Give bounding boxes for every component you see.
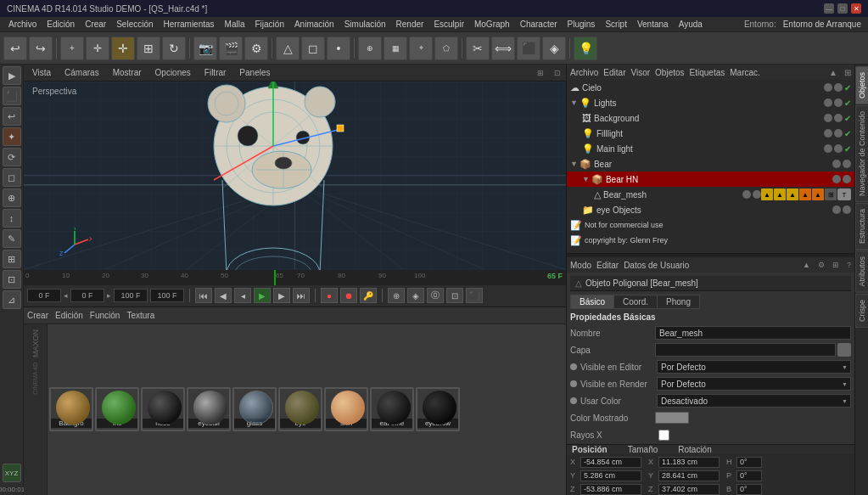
- obj-menu-etiquetas[interactable]: Etiquetas: [690, 68, 725, 77]
- size-y-input[interactable]: [658, 470, 720, 481]
- tool-icon-10[interactable]: ⊞: [3, 250, 21, 268]
- vp-btn-vista[interactable]: Vista: [29, 68, 54, 77]
- go-start-button[interactable]: ⏮: [195, 288, 212, 303]
- environment-value[interactable]: Entorno de Arranque: [783, 20, 861, 29]
- obj-menu-archivo[interactable]: Archivo: [570, 68, 598, 77]
- record-button[interactable]: ●: [321, 288, 338, 303]
- rot-p-input[interactable]: [736, 470, 762, 481]
- lasso-select[interactable]: ⌖: [409, 37, 433, 60]
- menu-fijacion[interactable]: Fijación: [249, 17, 288, 32]
- frame-current-input[interactable]: [70, 289, 104, 302]
- tool-icon-coords[interactable]: XYZ: [3, 464, 21, 482]
- obj-row-lights[interactable]: ▼ 💡 Lights ✔: [567, 95, 854, 110]
- obj-menu-visor[interactable]: Visor: [630, 68, 650, 77]
- bear-dot-2[interactable]: [843, 160, 851, 168]
- tag-texture[interactable]: T: [837, 188, 851, 200]
- timeline-ruler[interactable]: 0 10 20 30 40 50 65 70 80 90 100 65 F: [24, 270, 566, 285]
- point-button[interactable]: •: [327, 37, 350, 60]
- obj-row-copyright[interactable]: 📝 copyright by: Glenn Frey: [567, 233, 854, 248]
- tool-icon-11[interactable]: ⊡: [3, 270, 21, 289]
- menu-render[interactable]: Render: [391, 17, 429, 32]
- viewport-3d[interactable]: Perspectiva X Y Z: [24, 82, 566, 270]
- bm-dot-1[interactable]: [742, 190, 751, 199]
- live-select[interactable]: ⊕: [358, 37, 382, 60]
- select-button[interactable]: ✛: [86, 37, 109, 60]
- attr-capa-btn[interactable]: [837, 343, 851, 357]
- rotate-button[interactable]: ↻: [162, 37, 186, 60]
- tag-1[interactable]: ▲: [761, 188, 773, 200]
- obj-menu-editar[interactable]: Editar: [603, 68, 625, 77]
- mat-funcion[interactable]: Función: [90, 311, 120, 320]
- tool-icon-2[interactable]: ⬛: [3, 87, 21, 105]
- morph-button[interactable]: ◈: [407, 288, 424, 303]
- render-settings[interactable]: ⚙: [244, 37, 268, 60]
- ik-button[interactable]: ⊡: [446, 288, 463, 303]
- maximize-button[interactable]: □: [837, 3, 848, 14]
- record-auto-button[interactable]: ⏺: [340, 288, 357, 303]
- rot-b-input[interactable]: [736, 484, 762, 495]
- tool-icon-6[interactable]: ◻: [3, 168, 21, 187]
- obj-row-notcommercial[interactable]: 📝 Not for commercial use: [567, 217, 854, 233]
- vtab-objetos[interactable]: Objetos: [855, 66, 869, 104]
- obj-row-eyeobjects[interactable]: 📁 eye Objects: [567, 202, 854, 217]
- knife-button[interactable]: ✂: [466, 37, 490, 60]
- obj-menu-marcac[interactable]: Marcac.: [730, 68, 760, 77]
- lights-dot-2[interactable]: [834, 98, 843, 107]
- obj-row-cielo[interactable]: ☁ Cielo ✔: [567, 80, 854, 95]
- tag-4[interactable]: ▲: [799, 188, 811, 200]
- next-frame-button[interactable]: ▶: [273, 288, 290, 303]
- menu-script[interactable]: Script: [600, 17, 632, 32]
- bridge-button[interactable]: ⟺: [491, 37, 515, 60]
- vtab-crispe[interactable]: Crispe: [855, 294, 869, 328]
- attr-color-swatch[interactable]: [655, 412, 689, 424]
- render-button[interactable]: 🎬: [219, 37, 243, 60]
- material-iris[interactable]: Iris: [95, 387, 139, 431]
- bg-dot-2[interactable]: [834, 114, 843, 122]
- prev-frame-button[interactable]: ◀: [215, 288, 232, 303]
- attr-toolbar-icon-1[interactable]: ▲: [803, 261, 810, 269]
- edge-button[interactable]: ◻: [301, 37, 325, 60]
- tag-5[interactable]: ▲: [812, 188, 824, 200]
- tool-icon-3[interactable]: ↩: [3, 107, 21, 126]
- cielo-dot-2[interactable]: [834, 83, 843, 92]
- vp-btn-mostrar[interactable]: Mostrar: [109, 68, 145, 77]
- eye-dot-2[interactable]: [843, 205, 851, 214]
- vtab-navegador[interactable]: Navegador de Contenido: [855, 105, 869, 202]
- attr-value-capa[interactable]: [655, 343, 836, 357]
- bear-dot-1[interactable]: [832, 160, 841, 168]
- menu-plugins[interactable]: Plugins: [563, 17, 601, 32]
- material-glass[interactable]: glass: [232, 387, 277, 431]
- attr-dropdown-usar-color[interactable]: Desactivado: [657, 394, 851, 408]
- obj-row-background[interactable]: 🖼 Background ✔: [567, 110, 854, 126]
- fill-dot-2[interactable]: [834, 129, 843, 138]
- lights-dot-1[interactable]: [824, 98, 832, 107]
- attr-dropdown-visible-editor[interactable]: Por Defecto: [657, 360, 851, 374]
- attr-menu-modo[interactable]: Modo: [570, 261, 591, 270]
- attr-toolbar-icon-3[interactable]: ⊞: [832, 261, 839, 269]
- frame-end-input[interactable]: [114, 289, 148, 302]
- bevel-button[interactable]: ◈: [542, 37, 566, 60]
- scale-button[interactable]: ⊞: [137, 37, 160, 60]
- minimize-button[interactable]: —: [824, 3, 834, 14]
- menu-seleccion[interactable]: Selección: [111, 17, 158, 32]
- tool-icon-1[interactable]: ▶: [3, 66, 21, 85]
- attr-tab-basico[interactable]: Básico: [570, 295, 613, 309]
- attr-toolbar-icon-2[interactable]: ⚙: [818, 261, 825, 269]
- main-dot-2[interactable]: [834, 144, 843, 153]
- menu-crear[interactable]: Crear: [80, 17, 111, 32]
- frame-step-input[interactable]: [150, 289, 184, 302]
- obj-row-mainlight[interactable]: 💡 Main light ✔: [567, 141, 854, 156]
- bearhn-dot-1[interactable]: [832, 175, 841, 183]
- obj-manager-expand[interactable]: ⊞: [844, 68, 851, 77]
- attr-tab-coord[interactable]: Coord.: [613, 295, 657, 309]
- menu-mograph[interactable]: MoGraph: [469, 17, 515, 32]
- pos-z-input[interactable]: [580, 484, 641, 495]
- menu-ventana[interactable]: Ventana: [632, 17, 674, 32]
- poly-select[interactable]: ⬠: [434, 37, 458, 60]
- size-z-input[interactable]: [658, 484, 720, 495]
- play-back-button[interactable]: ◂: [234, 288, 251, 303]
- vp-btn-camaras[interactable]: Cámaras: [61, 68, 103, 77]
- menu-edicion[interactable]: Edición: [42, 17, 80, 32]
- attr-input-nombre[interactable]: [659, 329, 847, 338]
- attr-menu-datos[interactable]: Datos de Usuario: [624, 261, 689, 270]
